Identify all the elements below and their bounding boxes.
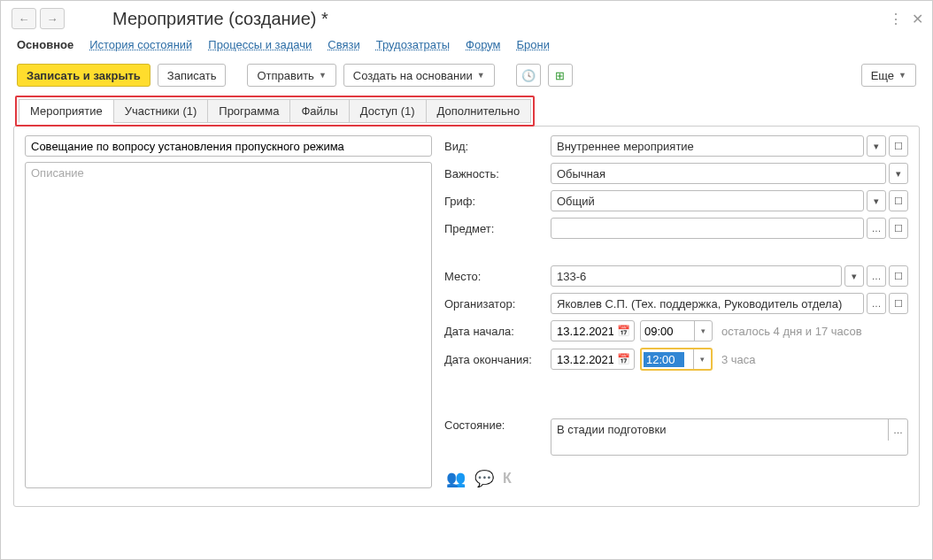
- forward-button[interactable]: →: [40, 8, 65, 29]
- chevron-down-icon: ▼: [898, 71, 906, 80]
- nav-tabs: Основное История состояний Процессы и за…: [1, 33, 932, 60]
- close-icon[interactable]: ✕: [912, 11, 923, 27]
- dots-button[interactable]: …: [867, 293, 886, 314]
- nav-processes[interactable]: Процессы и задачи: [208, 38, 312, 51]
- calendar-icon[interactable]: 📅: [617, 325, 630, 337]
- tab-participants[interactable]: Участники (1): [113, 99, 208, 123]
- date-start-value[interactable]: [555, 324, 615, 339]
- save-button[interactable]: Записать: [158, 64, 227, 87]
- open-button[interactable]: ☐: [889, 190, 908, 211]
- dropdown-button[interactable]: ▾: [694, 321, 712, 341]
- date-end-input[interactable]: 📅: [551, 349, 635, 370]
- nav-forum[interactable]: Форум: [466, 38, 501, 51]
- dropdown-button[interactable]: ▾: [867, 135, 886, 157]
- nav-main[interactable]: Основное: [17, 38, 73, 51]
- open-button[interactable]: ☐: [889, 293, 908, 314]
- grid-icon: ⊞: [555, 69, 565, 82]
- dots-button[interactable]: …: [867, 265, 886, 287]
- send-label: Отправить: [257, 69, 313, 82]
- dots-button[interactable]: …: [888, 419, 907, 441]
- nav-labor[interactable]: Трудозатраты: [376, 38, 450, 51]
- people-icon[interactable]: 👥: [446, 469, 466, 488]
- time-end-input[interactable]: ▾: [640, 348, 713, 371]
- subject-input[interactable]: [25, 135, 432, 157]
- chevron-down-icon: ▼: [319, 71, 327, 80]
- nav-booking[interactable]: Брони: [517, 38, 550, 51]
- kind-label: Вид:: [444, 140, 551, 153]
- date-end-label: Дата окончания:: [444, 353, 551, 366]
- clock-button[interactable]: 🕓: [516, 64, 541, 87]
- more-label: Еще: [871, 69, 894, 82]
- create-based-button[interactable]: Создать на основании ▼: [343, 64, 495, 87]
- send-button[interactable]: Отправить ▼: [247, 64, 335, 87]
- more-button[interactable]: Еще ▼: [861, 64, 916, 87]
- calendar-icon[interactable]: 📅: [617, 353, 630, 365]
- tab-files[interactable]: Файлы: [289, 99, 348, 123]
- tab-program[interactable]: Программа: [207, 99, 289, 123]
- subject-input-right[interactable]: [551, 218, 864, 239]
- save-close-button[interactable]: Записать и закрыть: [17, 64, 150, 87]
- importance-label: Важность:: [444, 167, 551, 180]
- time-start-value[interactable]: [641, 324, 683, 339]
- dropdown-button[interactable]: ▾: [867, 190, 886, 211]
- print-button[interactable]: ⊞: [548, 64, 573, 87]
- kind-input[interactable]: Внутреннее мероприятие: [551, 135, 864, 157]
- state-label: Состояние:: [444, 418, 551, 432]
- date-end-value[interactable]: [555, 352, 615, 367]
- time-end-value[interactable]: [644, 352, 684, 367]
- remaining-hint: осталось 4 дня и 17 часов: [721, 325, 862, 338]
- dropdown-button[interactable]: ▾: [693, 349, 711, 369]
- toolbar: Записать и закрыть Записать Отправить ▼ …: [1, 60, 932, 96]
- dropdown-button[interactable]: ▾: [889, 163, 908, 184]
- open-button[interactable]: ☐: [889, 265, 908, 287]
- time-start-input[interactable]: ▾: [640, 320, 713, 341]
- organizer-label: Организатор:: [444, 297, 551, 311]
- tab-access[interactable]: Доступ (1): [349, 99, 426, 123]
- content-tabs-highlight: Мероприятие Участники (1) Программа Файл…: [15, 96, 535, 127]
- chevron-down-icon: ▼: [477, 71, 485, 80]
- nav-history[interactable]: История состояний: [89, 38, 192, 51]
- state-value: В стадии подготовки: [557, 423, 666, 436]
- menu-dots-icon[interactable]: ⋮: [889, 11, 903, 27]
- clock-icon: 🕓: [521, 69, 536, 82]
- place-label: Место:: [444, 270, 551, 283]
- window-title: Мероприятие (создание) *: [112, 9, 328, 29]
- open-button[interactable]: ☐: [889, 218, 908, 239]
- chat-icon[interactable]: 💬: [474, 469, 494, 488]
- dots-button[interactable]: …: [867, 218, 886, 239]
- importance-input[interactable]: Обычная: [551, 163, 886, 184]
- k-button[interactable]: К: [503, 471, 512, 487]
- tab-event[interactable]: Мероприятие: [19, 99, 113, 123]
- organizer-input[interactable]: Яковлев С.П. (Тех. поддержка, Руководите…: [551, 293, 864, 314]
- nav-links[interactable]: Связи: [328, 38, 359, 51]
- dropdown-button[interactable]: ▾: [844, 265, 864, 287]
- grif-label: Гриф:: [444, 195, 551, 208]
- date-start-input[interactable]: 📅: [551, 320, 635, 341]
- tab-extra[interactable]: Дополнительно: [426, 99, 532, 123]
- grif-input[interactable]: Общий: [551, 190, 864, 211]
- back-button[interactable]: ←: [12, 8, 36, 29]
- duration-hint: 3 часа: [721, 353, 756, 366]
- form-area: Описание Вид: Внутреннее мероприятие ▾ ☐…: [13, 126, 920, 507]
- state-input[interactable]: В стадии подготовки …: [551, 418, 908, 456]
- create-based-label: Создать на основании: [353, 69, 473, 82]
- open-button[interactable]: ☐: [889, 135, 908, 157]
- description-input[interactable]: Описание: [25, 162, 432, 488]
- date-start-label: Дата начала:: [444, 325, 551, 338]
- place-input[interactable]: 133-6: [551, 265, 842, 287]
- subject-label: Предмет:: [444, 222, 551, 235]
